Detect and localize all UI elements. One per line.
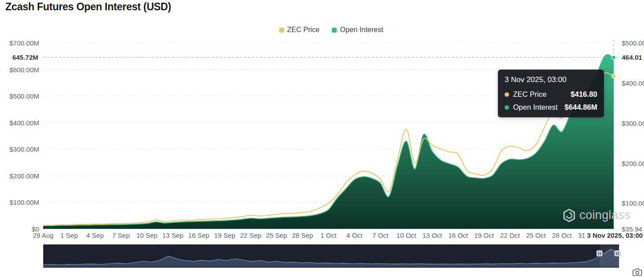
y-axis-right-label: $500.00 (622, 39, 644, 47)
y-axis-right-label: $100.00 (622, 199, 644, 207)
coinglass-logo-icon (563, 209, 575, 222)
range-navigator[interactable] (43, 244, 619, 268)
tooltip-label-open-interest: Open Interest (513, 103, 565, 112)
tooltip-row-zec-price: ZEC Price $416.80 (505, 90, 597, 99)
tooltip-label-zec-price: ZEC Price (513, 90, 571, 99)
coinglass-watermark: coinglass (563, 208, 630, 222)
navigator-handle-left[interactable] (596, 250, 603, 256)
y-axis-left-label: $200.00M (3, 172, 39, 180)
tooltip-value-zec-price: $416.80 (571, 90, 597, 99)
chart-page: Zcash Futures Open Interest (USD) ZEC Pr… (0, 0, 644, 277)
y-axis-left-label: $700.00M (3, 39, 39, 47)
y-axis-left-label: $400.00M (3, 119, 39, 127)
tooltip-row-open-interest: Open Interest $644.86M (505, 103, 597, 112)
tooltip-value-open-interest: $644.86M (565, 103, 597, 112)
zec-price-tooltip-marker-icon (505, 92, 509, 97)
navigator-handle-right[interactable] (614, 250, 620, 256)
y-axis-left-label: $100.00M (3, 198, 39, 206)
screenshot-camera-icon[interactable] (632, 268, 642, 277)
coinglass-watermark-text: coinglass (579, 208, 630, 222)
y-axis-right-label: $300.00 (622, 120, 644, 127)
open-interest-tooltip-marker-icon (505, 105, 509, 110)
latest-open-interest-label: 645.72M (3, 54, 38, 61)
y-axis-left-label: $300.00M (3, 145, 39, 153)
tooltip-date: 3 Nov 2025, 03:00 (505, 75, 597, 84)
y-axis-left-label: $500.00M (3, 92, 39, 100)
y-axis-right-label: $400.00 (622, 79, 644, 87)
latest-price-axis-label: 464.01 (622, 54, 642, 61)
tooltip: 3 Nov 2025, 03:00 ZEC Price $416.80 Open… (498, 70, 604, 117)
navigator-sparkline (43, 244, 619, 268)
y-axis-left-label: $600.00M (3, 66, 39, 74)
crosshair-date-label: 3 Nov 2025, 03:00 (587, 232, 641, 239)
y-axis-right-label: $200.00 (622, 160, 644, 167)
